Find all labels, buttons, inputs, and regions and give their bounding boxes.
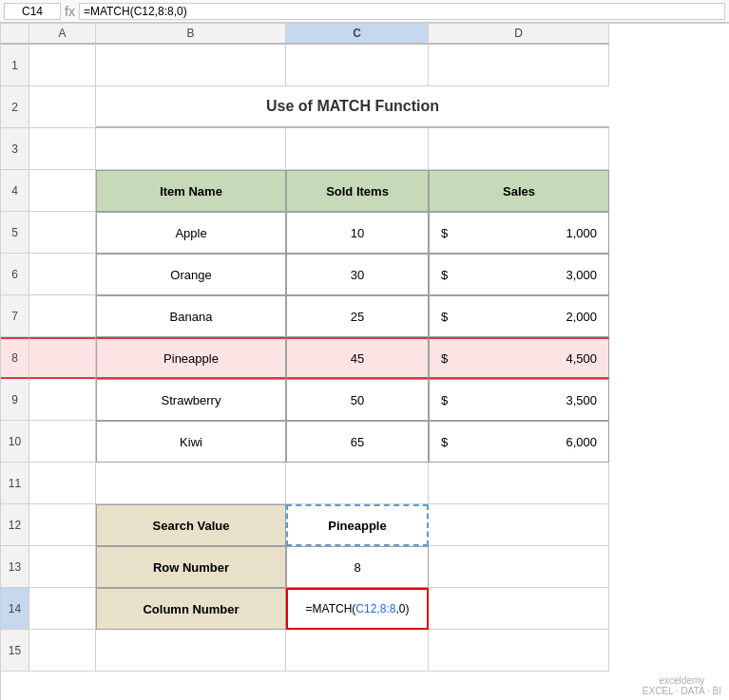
cell-sales-4[interactable]: $ 4,500	[429, 337, 609, 379]
row-number-label: Row Number	[96, 546, 286, 588]
cell-a5[interactable]	[29, 212, 96, 254]
row-header-4: 4	[1, 170, 29, 212]
cell-sales-6[interactable]: $ 6,000	[429, 421, 609, 463]
row-header-13: 13	[1, 546, 29, 588]
cell-d12[interactable]	[429, 504, 609, 546]
row-header-3: 3	[1, 128, 29, 170]
formula-bar: fx	[0, 0, 729, 23]
cell-a7[interactable]	[29, 295, 96, 337]
cell-sold-1[interactable]: 10	[286, 212, 429, 254]
cell-a3[interactable]	[29, 128, 96, 170]
col-header-a[interactable]: A	[29, 24, 96, 45]
row-header-5: 5	[1, 212, 29, 254]
row-header-7: 7	[1, 295, 29, 337]
cell-a1[interactable]	[29, 45, 96, 86]
row-header-14: 14	[1, 588, 29, 630]
cell-a4[interactable]	[29, 170, 96, 212]
col-header-c[interactable]: C	[286, 24, 429, 45]
row-header-9: 9	[1, 379, 29, 421]
cell-sold-2[interactable]: 30	[286, 254, 429, 295]
cell-b11[interactable]	[96, 463, 286, 504]
cell-sold-5[interactable]: 50	[286, 379, 429, 421]
page-title: Use of MATCH Function	[96, 86, 609, 128]
cell-d14[interactable]	[429, 588, 609, 630]
cell-a8[interactable]	[29, 337, 96, 379]
cell-a12[interactable]	[29, 504, 96, 546]
cell-a10[interactable]	[29, 421, 96, 463]
row-header-11: 11	[1, 463, 29, 504]
row-header-12: 12	[1, 504, 29, 546]
cell-sales-2[interactable]: $ 3,000	[429, 254, 609, 295]
row-header-8: 8	[1, 337, 29, 379]
cell-item-1[interactable]: Apple	[96, 212, 286, 254]
formula-result-cell[interactable]: =MATCH(C12,8:8,0)	[286, 588, 429, 630]
header-sales: Sales	[429, 170, 609, 212]
search-value-label: Search Value	[96, 504, 286, 546]
cell-c3[interactable]	[286, 128, 429, 170]
cell-sales-3[interactable]: $ 2,000	[429, 295, 609, 337]
cell-a9[interactable]	[29, 379, 96, 421]
row-header-2: 2	[1, 86, 29, 128]
cell-item-4[interactable]: Pineapple	[96, 337, 286, 379]
spreadsheet-grid: A B C D 1 2 Use of MATCH Function 3 4	[0, 23, 729, 700]
row-header-15: 15	[1, 630, 29, 672]
cell-d11[interactable]	[429, 463, 609, 504]
cell-item-5[interactable]: Strawberry	[96, 379, 286, 421]
watermark: exceldemyEXCEL · DATA · BI	[643, 675, 721, 696]
col-header-b[interactable]: B	[96, 24, 286, 45]
cell-c1[interactable]	[286, 45, 429, 86]
cell-a15[interactable]	[29, 630, 96, 672]
cell-b3[interactable]	[96, 128, 286, 170]
grid-wrapper: A B C D 1 2 Use of MATCH Function 3 4	[0, 23, 729, 700]
cell-sold-3[interactable]: 25	[286, 295, 429, 337]
cell-sold-6[interactable]: 65	[286, 421, 429, 463]
row-number-value[interactable]: 8	[286, 546, 429, 588]
cell-a14[interactable]	[29, 588, 96, 630]
cell-sold-4[interactable]: 45	[286, 337, 429, 379]
cell-a2[interactable]	[29, 86, 96, 128]
cell-sales-5[interactable]: $ 3,500	[429, 379, 609, 421]
cell-a13[interactable]	[29, 546, 96, 588]
cell-c15[interactable]	[286, 630, 429, 672]
search-value-cell[interactable]: Pineapple	[286, 504, 429, 546]
cell-sales-1[interactable]: $ 1,000	[429, 212, 609, 254]
cell-b1[interactable]	[96, 45, 286, 86]
formula-input[interactable]	[79, 3, 725, 20]
col-header-d[interactable]: D	[429, 24, 609, 45]
cell-item-3[interactable]: Banana	[96, 295, 286, 337]
cell-d3[interactable]	[429, 128, 609, 170]
cell-d1[interactable]	[429, 45, 609, 86]
corner-header	[1, 24, 29, 45]
header-sold-items: Sold Items	[286, 170, 429, 212]
cell-reference-box[interactable]	[4, 3, 61, 20]
cell-item-6[interactable]: Kiwi	[96, 421, 286, 463]
cell-a11[interactable]	[29, 463, 96, 504]
row-header-6: 6	[1, 254, 29, 295]
cell-item-2[interactable]: Orange	[96, 254, 286, 295]
header-item-name: Item Name	[96, 170, 286, 212]
spreadsheet: fx A B C D 1 2 Use of MATCH Function 3	[0, 0, 729, 700]
row-header-1: 1	[1, 45, 29, 86]
cell-d13[interactable]	[429, 546, 609, 588]
col-number-label: Column Number	[96, 588, 286, 630]
cell-c11[interactable]	[286, 463, 429, 504]
cell-a6[interactable]	[29, 254, 96, 295]
row-header-10: 10	[1, 421, 29, 463]
cell-d15[interactable]	[429, 630, 609, 672]
cell-b15[interactable]	[96, 630, 286, 672]
